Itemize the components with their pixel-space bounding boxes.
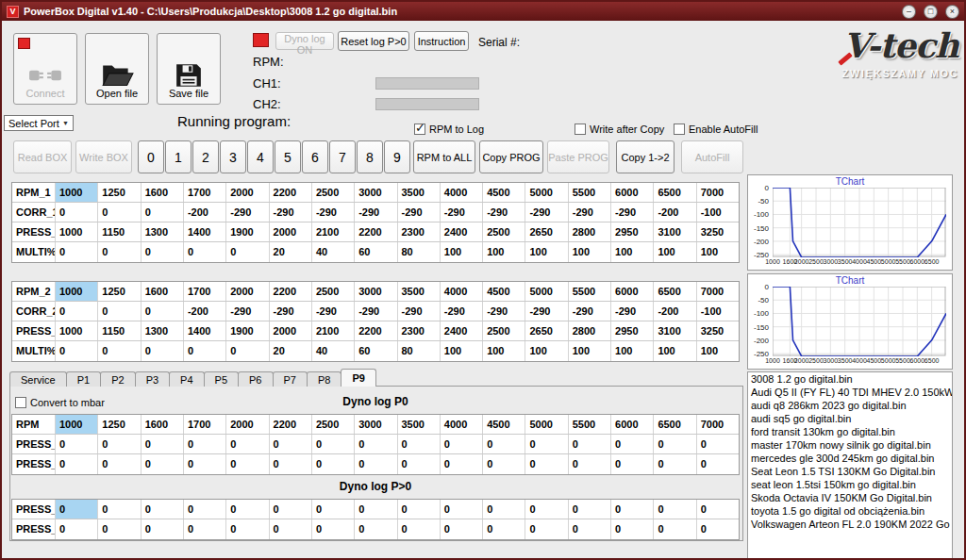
grid-cell[interactable]: 1600 <box>142 282 184 301</box>
grid-cell[interactable]: 1900 <box>226 222 269 241</box>
grid-cell[interactable]: 0 <box>98 242 141 262</box>
grid-cell[interactable]: 0 <box>98 302 141 321</box>
grid-cell[interactable]: 2300 <box>398 222 441 241</box>
grid-cell[interactable]: 1250 <box>98 415 141 434</box>
tab-p4[interactable]: P4 <box>169 371 204 387</box>
grid-cell[interactable]: 2800 <box>569 222 611 241</box>
grid-cell[interactable]: 100 <box>611 341 654 361</box>
grid-cell[interactable]: 2200 <box>270 415 312 434</box>
grid-cell[interactable]: 5000 <box>525 415 568 434</box>
digit-button-3[interactable]: 3 <box>220 140 246 173</box>
grid-cell[interactable]: 0 <box>98 500 141 519</box>
grid-cell[interactable]: 0 <box>697 519 739 539</box>
grid-cell[interactable]: 3000 <box>355 183 397 202</box>
grid-cell[interactable]: 0 <box>654 454 696 474</box>
grid-cell[interactable]: 1000 <box>56 282 98 301</box>
grid-cell[interactable]: 0 <box>226 341 269 361</box>
grid-cell[interactable]: 2000 <box>226 282 269 301</box>
tab-p2[interactable]: P2 <box>100 371 135 387</box>
enable-autofill-checkbox[interactable]: Enable AutoFill <box>674 124 758 135</box>
grid-cell[interactable]: 0 <box>142 500 184 519</box>
grid-cell[interactable]: 0 <box>270 454 312 474</box>
grid-cell[interactable]: 3000 <box>355 282 397 301</box>
grid-cell[interactable]: -290 <box>525 302 568 321</box>
grid-cell[interactable]: 1300 <box>142 222 184 241</box>
grid-cell[interactable]: 6000 <box>611 415 654 434</box>
grid-cell[interactable]: 1600 <box>142 415 184 434</box>
grid-cell[interactable]: 0 <box>226 435 269 453</box>
grid-cell[interactable]: 0 <box>441 454 483 474</box>
grid-cell[interactable]: 0 <box>569 454 611 474</box>
grid-cell[interactable]: 2500 <box>312 282 355 301</box>
grid-cell[interactable]: 0 <box>142 302 184 321</box>
grid-cell[interactable]: 2950 <box>611 222 654 241</box>
grid-cell[interactable]: 0 <box>569 519 611 539</box>
grid-cell[interactable]: 5500 <box>569 282 611 301</box>
grid-cell[interactable]: 0 <box>312 454 355 474</box>
grid-cell[interactable]: 0 <box>611 519 654 539</box>
grid-cell[interactable]: 0 <box>569 500 611 519</box>
grid-cell[interactable]: 2000 <box>270 222 312 241</box>
grid-cell[interactable]: 0 <box>441 435 483 453</box>
grid-cell[interactable]: 2300 <box>398 321 441 340</box>
grid-cell[interactable]: -290 <box>611 302 654 321</box>
grid-cell[interactable]: 4000 <box>441 415 483 434</box>
grid-cell[interactable]: 0 <box>270 500 312 519</box>
grid-cell[interactable]: 0 <box>98 341 141 361</box>
grid-cell[interactable]: 1150 <box>98 222 141 241</box>
grid-cell[interactable]: 100 <box>569 341 611 361</box>
digit-button-2[interactable]: 2 <box>192 140 219 173</box>
grid-cell[interactable]: -290 <box>312 203 355 222</box>
grid-cell[interactable]: 3100 <box>654 321 696 340</box>
grid-cell[interactable]: 0 <box>56 435 98 453</box>
grid-cell[interactable]: -290 <box>398 302 441 321</box>
grid-cell[interactable]: 2400 <box>441 222 483 241</box>
grid-cell[interactable]: 0 <box>654 435 696 453</box>
grid-cell[interactable]: 0 <box>355 500 397 519</box>
grid-cell[interactable]: 100 <box>525 242 568 262</box>
grid-cell[interactable]: 2200 <box>270 282 312 301</box>
grid-cell[interactable]: 0 <box>611 435 654 453</box>
paste-prog-button[interactable]: Paste PROG <box>547 140 609 173</box>
grid-cell[interactable]: 0 <box>483 435 525 453</box>
grid-cell[interactable]: 1000 <box>56 321 98 340</box>
grid-cell[interactable]: 0 <box>441 519 483 539</box>
grid-cell[interactable]: -200 <box>654 302 696 321</box>
grid-cell[interactable]: 0 <box>270 519 312 539</box>
digit-button-8[interactable]: 8 <box>357 140 383 173</box>
grid-cell[interactable]: 0 <box>184 242 226 262</box>
grid-cell[interactable]: -290 <box>569 203 611 222</box>
grid-cell[interactable]: 1250 <box>98 183 141 202</box>
connect-button[interactable]: Connect <box>13 33 77 105</box>
grid-cell[interactable]: 0 <box>56 454 98 474</box>
grid-cell[interactable]: 0 <box>98 519 141 539</box>
grid-cell[interactable]: 2950 <box>611 321 654 340</box>
grid-cell[interactable]: 3500 <box>398 183 441 202</box>
grid-cell[interactable]: 2400 <box>441 321 483 340</box>
grid-cell[interactable]: 2500 <box>483 321 525 340</box>
grid-cell[interactable]: 5500 <box>569 183 611 202</box>
grid-cell[interactable]: 7000 <box>697 183 739 202</box>
grid-cell[interactable]: 0 <box>142 435 184 453</box>
grid-cell[interactable]: 0 <box>142 519 184 539</box>
grid-cell[interactable]: 0 <box>312 519 355 539</box>
grid-cell[interactable]: 0 <box>56 302 98 321</box>
grid-cell[interactable]: 6500 <box>654 282 696 301</box>
grid-cell[interactable]: 0 <box>98 203 141 222</box>
grid-cell[interactable]: 0 <box>697 500 739 519</box>
grid-cell[interactable]: 0 <box>98 454 141 474</box>
tab-p1[interactable]: P1 <box>66 371 101 387</box>
grid-cell[interactable]: 100 <box>611 242 654 262</box>
file-list-item[interactable]: audi sq5 go digital.bin <box>748 412 952 425</box>
grid-cell[interactable]: 0 <box>654 519 696 539</box>
grid-cell[interactable]: 4000 <box>441 183 483 202</box>
grid-cell[interactable]: -200 <box>184 203 226 222</box>
grid-cell[interactable]: 3500 <box>398 415 441 434</box>
file-list-item[interactable]: seat leon 1.5tsi 150km go digital.bin <box>748 478 952 491</box>
grid-cell[interactable]: 2200 <box>355 222 397 241</box>
file-list-item[interactable]: Seat Leon 1.5 TSI 130KM Go Digital.bin <box>748 465 952 478</box>
dyno-log-button[interactable]: Dyno log ON <box>275 32 334 50</box>
grid-cell[interactable]: 3250 <box>697 222 739 241</box>
grid-cell[interactable]: 4500 <box>483 183 525 202</box>
grid-cell[interactable]: 0 <box>611 500 654 519</box>
